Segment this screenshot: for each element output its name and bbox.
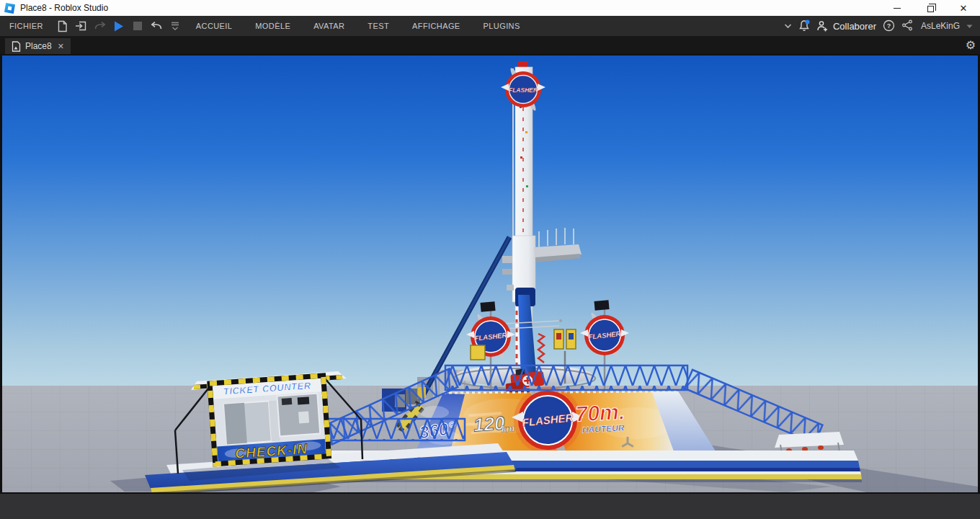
help-icon[interactable]: ?	[883, 19, 895, 33]
toolbar-options-icon[interactable]	[166, 17, 184, 35]
studio-settings-gear-icon[interactable]: ⚙	[966, 40, 976, 51]
share-icon[interactable]	[901, 19, 913, 32]
tab-modele[interactable]: MODÈLE	[244, 22, 302, 30]
stop-icon[interactable]	[128, 17, 147, 35]
sign-speed-unit: km	[501, 422, 515, 434]
roblox-studio-logo-icon	[4, 2, 15, 13]
tab-affichage[interactable]: AFFICHAGE	[401, 22, 472, 30]
add-collaborator-icon	[816, 20, 829, 32]
3d-scene[interactable]: FLASHER	[2, 56, 978, 492]
window-title: Place8 - Roblox Studio	[20, 3, 108, 13]
notifications-bell-icon[interactable]	[798, 19, 810, 33]
tab-label: Place8	[25, 41, 52, 51]
tab-avatar[interactable]: AVATAR	[302, 22, 356, 30]
chevron-down-icon[interactable]	[784, 22, 792, 30]
restore-icon	[927, 6, 934, 12]
roblox-studio-window: Place8 - Roblox Studio ✕ FICHIER	[0, 0, 980, 519]
tab-close-icon[interactable]: ✕	[56, 42, 64, 51]
bottom-panel	[0, 494, 980, 519]
play-icon[interactable]	[110, 17, 128, 35]
menubar: FICHIER ACCUEIL MODÈLE AVATAR TEST AFFIC…	[0, 16, 980, 36]
titlebar: Place8 - Roblox Studio ✕	[0, 0, 980, 16]
undo-icon[interactable]	[147, 17, 166, 35]
collaborate-label: Collaborer	[833, 21, 876, 32]
3d-viewport[interactable]: FLASHER	[0, 54, 980, 494]
menu-fichier[interactable]: FICHIER	[0, 22, 53, 30]
user-dropdown-icon[interactable]	[966, 22, 973, 30]
new-file-icon[interactable]	[53, 17, 72, 35]
restore-button[interactable]	[914, 0, 947, 16]
window-controls: ✕	[881, 0, 980, 16]
minimize-button[interactable]	[881, 0, 914, 16]
svg-text:?: ?	[887, 22, 891, 30]
tab-plugins[interactable]: PLUGINS	[472, 22, 532, 30]
tab-place8[interactable]: Place8 ✕	[5, 38, 71, 54]
close-button[interactable]: ✕	[947, 0, 980, 16]
tab-accueil[interactable]: ACCUEIL	[184, 22, 244, 30]
open-place-icon[interactable]	[72, 17, 91, 35]
redo-icon[interactable]	[91, 17, 110, 35]
sign-height: 70m.	[575, 399, 625, 426]
svg-text:FLASHER: FLASHER	[509, 86, 538, 94]
collaborate-button[interactable]: Collaborer	[816, 20, 876, 32]
close-icon: ✕	[960, 4, 968, 13]
place-file-icon	[12, 41, 21, 52]
document-tabbar: Place8 ✕ ⚙	[0, 36, 980, 54]
minimize-icon	[894, 8, 901, 9]
username[interactable]: AsLeKinG	[921, 21, 960, 31]
tab-test[interactable]: TEST	[356, 22, 401, 30]
